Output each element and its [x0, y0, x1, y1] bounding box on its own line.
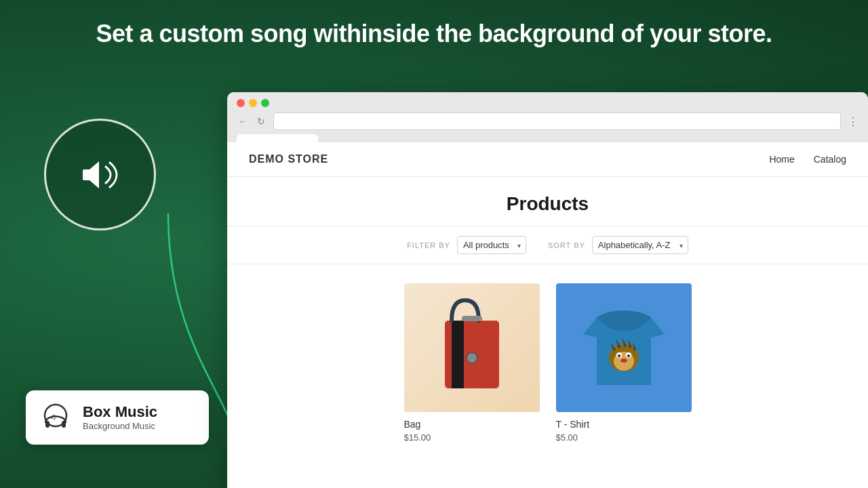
filter-bar: FILTER BY All products SORT BY Alphabeti… [227, 226, 868, 264]
store-nav-links: Home Catalog [769, 154, 846, 165]
browser-tab-bar [237, 134, 859, 142]
bag-svg [435, 297, 509, 399]
products-title: Products [227, 193, 868, 215]
product-card-bag[interactable]: Bag $15.00 [404, 283, 540, 443]
browser-dot-green[interactable] [261, 99, 269, 107]
product-price-tshirt: $5.00 [556, 432, 692, 443]
nav-home[interactable]: Home [769, 154, 794, 165]
nav-catalog[interactable]: Catalog [814, 154, 846, 165]
filter-label: FILTER BY [407, 241, 450, 249]
filter-group: FILTER BY All products [407, 236, 526, 254]
browser-window: ← ↻ ⋮ DEMO STORE Home Catalog Products F… [227, 92, 868, 488]
browser-dot-yellow[interactable] [249, 99, 257, 107]
svg-rect-6 [452, 321, 464, 388]
widget-icon: ♫ [38, 400, 73, 435]
products-grid: Bag $15.00 [227, 264, 868, 462]
sort-select[interactable]: Alphabetically, A-Z [592, 236, 688, 254]
sort-group: SORT BY Alphabetically, A-Z [548, 236, 688, 254]
store-navbar: DEMO STORE Home Catalog [227, 142, 868, 177]
browser-chrome: ← ↻ ⋮ [227, 92, 868, 142]
browser-content: DEMO STORE Home Catalog Products FILTER … [227, 142, 868, 488]
svg-text:♫: ♫ [50, 412, 56, 422]
filter-select[interactable]: All products [457, 236, 526, 254]
browser-address-bar[interactable] [273, 113, 841, 130]
product-image-bag [404, 283, 540, 412]
widget-text: Box Music Background Music [83, 404, 157, 430]
svg-point-15 [620, 359, 627, 363]
browser-refresh-button[interactable]: ↻ [256, 115, 267, 128]
widget-subtitle: Background Music [83, 421, 157, 431]
product-card-tshirt[interactable]: T - Shirt $5.00 [556, 283, 692, 443]
browser-menu-icon[interactable]: ⋮ [848, 115, 859, 128]
product-price-bag: $15.00 [404, 432, 540, 443]
tshirt-image [556, 283, 692, 412]
sort-select-wrapper: Alphabetically, A-Z [592, 236, 688, 254]
product-image-tshirt [556, 283, 692, 412]
widget-title: Box Music [83, 404, 157, 420]
browser-toolbar: ← ↻ ⋮ [237, 113, 859, 130]
product-name-bag: Bag [404, 419, 540, 430]
product-name-tshirt: T - Shirt [556, 419, 692, 430]
svg-point-14 [627, 354, 630, 357]
browser-dot-red[interactable] [237, 99, 245, 107]
browser-dots [237, 99, 859, 107]
music-widget: ♫ Box Music Background Music [26, 390, 209, 445]
filter-select-wrapper: All products [457, 236, 526, 254]
browser-back-button[interactable]: ← [237, 115, 249, 128]
svg-rect-8 [462, 316, 482, 321]
tshirt-svg [576, 297, 671, 399]
headphones-icon: ♫ [39, 401, 73, 434]
speaker-icon [76, 150, 125, 199]
products-header: Products [227, 177, 868, 226]
headline: Set a custom song withinside the backgro… [0, 19, 868, 48]
browser-tab-active[interactable] [237, 134, 318, 142]
svg-point-13 [618, 354, 620, 357]
sort-label: SORT BY [548, 241, 585, 249]
store-logo: DEMO STORE [249, 153, 328, 165]
svg-point-7 [467, 352, 477, 363]
bag-image [404, 283, 540, 412]
